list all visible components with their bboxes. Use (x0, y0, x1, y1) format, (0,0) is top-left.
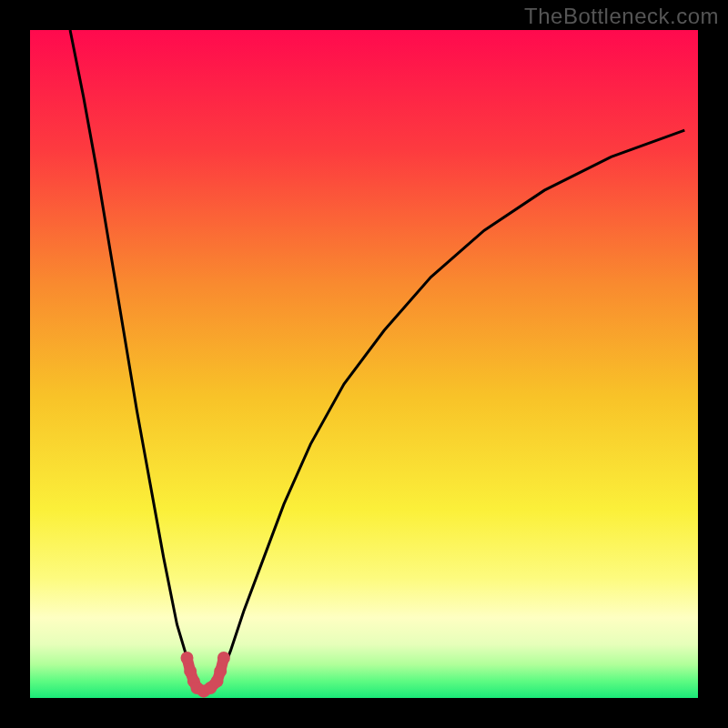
plot-area (30, 30, 698, 698)
curves-svg (30, 30, 698, 698)
left-curve (70, 30, 197, 684)
right-curve (217, 130, 685, 684)
valley-marker-dot (214, 665, 227, 678)
watermark-text: TheBottleneck.com (524, 4, 719, 29)
chart-stage: TheBottleneck.com (0, 0, 728, 728)
valley-marker-dot (180, 652, 193, 664)
valley-marker-dot (217, 652, 230, 664)
valley-marker-dots (180, 652, 229, 698)
